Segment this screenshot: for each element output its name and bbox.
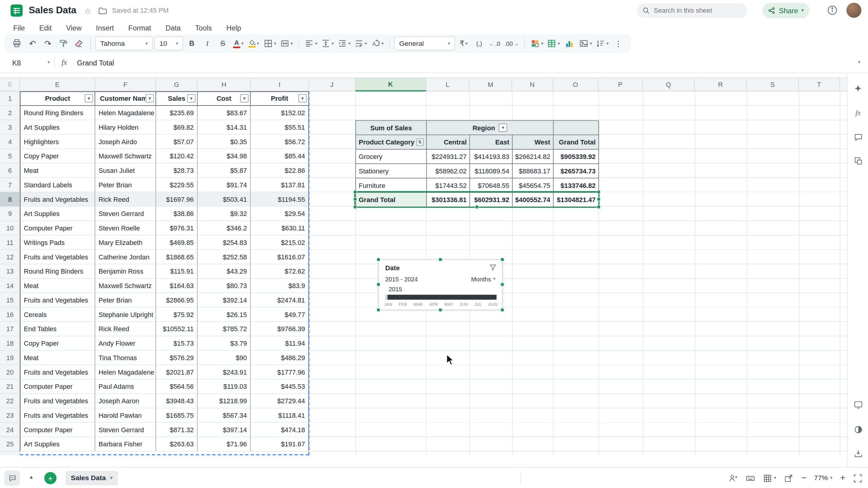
table-cell[interactable]: $83.9 <box>251 279 309 293</box>
table-cell[interactable]: $0.35 <box>198 135 251 149</box>
column-header-P[interactable]: P <box>598 78 643 91</box>
table-cell[interactable]: $469.85 <box>156 235 198 250</box>
table-cell[interactable]: $445.53 <box>251 379 309 394</box>
currency-format-button[interactable]: ₹ ▾ <box>457 36 471 50</box>
table-cell[interactable]: $69.82 <box>156 120 198 135</box>
table-cell[interactable]: Art Supplies <box>20 437 95 452</box>
strikethrough-button[interactable]: S <box>216 36 230 50</box>
table-cell[interactable]: Fruits and Vegetables <box>20 250 95 264</box>
table-cell[interactable]: $56.72 <box>251 135 309 149</box>
table-cell[interactable]: $28.73 <box>156 164 198 178</box>
zoom-out-button[interactable]: − <box>801 473 806 483</box>
row-header-1[interactable]: 1 <box>0 91 20 106</box>
menu-item-help[interactable]: Help <box>226 24 241 32</box>
sort-button[interactable]: ▾ <box>595 36 610 50</box>
bold-button[interactable]: B <box>185 36 198 50</box>
pivot-value[interactable]: $400552.74 <box>513 193 554 207</box>
column-header-S[interactable]: S <box>747 78 799 91</box>
user-avatar[interactable] <box>846 3 861 18</box>
slicer-resize-handle[interactable] <box>500 283 504 287</box>
table-cell[interactable]: Maxwell Schwartz <box>95 149 156 164</box>
number-format-select[interactable]: General ▾ <box>394 36 455 50</box>
menu-item-data[interactable]: Data <box>165 24 181 32</box>
table-cell[interactable]: $397.14 <box>198 423 251 437</box>
date-slicer[interactable]: Date 2015 - 2024 Months ▾ 2015 JANFEBMAR… <box>378 259 502 310</box>
table-column-header-customer-name[interactable]: Customer Name▾ <box>95 91 156 106</box>
menu-item-file[interactable]: File <box>13 24 25 32</box>
table-cell[interactable]: $164.63 <box>156 279 198 293</box>
fill-color-button[interactable]: ▾ <box>247 36 261 50</box>
fx-icon[interactable]: fx <box>61 58 67 67</box>
row-header-19[interactable]: 19 <box>0 351 20 365</box>
table-cell[interactable]: $2866.95 <box>156 293 198 308</box>
active-cell-K8[interactable]: Grand Total <box>356 193 427 207</box>
row-header-16[interactable]: 16 <box>0 307 20 322</box>
table-cell[interactable]: Writings Pads <box>20 235 95 250</box>
table-cell[interactable]: $1685.75 <box>156 408 198 423</box>
contrast-theme-button[interactable] <box>851 422 865 437</box>
pivot-row-label-cell[interactable]: Product Category ⇅ <box>356 135 427 150</box>
table-cell[interactable]: $5.87 <box>198 164 251 178</box>
row-header-3[interactable]: 3 <box>0 120 20 135</box>
horizontal-align-button[interactable]: ▾ <box>304 36 318 50</box>
table-cell[interactable]: $486.29 <box>251 351 309 365</box>
table-cell[interactable]: Paul Adams <box>95 379 156 394</box>
table-cell[interactable]: Benjamin Ross <box>95 264 156 279</box>
font-size-select[interactable]: 10 ▾ <box>154 36 183 50</box>
view-layout-button[interactable]: ▾ <box>763 473 776 483</box>
table-cell[interactable]: Fruits and Vegetables <box>20 293 95 308</box>
paint-format-button[interactable] <box>56 36 70 50</box>
table-cell[interactable]: Helen Magadalene <box>95 106 156 120</box>
row-header-18[interactable]: 18 <box>0 336 20 351</box>
slicer-resize-handle[interactable] <box>438 258 442 261</box>
column-filter-button[interactable]: ▾ <box>85 94 93 103</box>
zoom-level-select[interactable]: 77% ▾ <box>814 474 832 482</box>
table-cell[interactable]: $137.81 <box>251 178 309 193</box>
slicer-resize-handle[interactable] <box>376 283 380 287</box>
pivot-value[interactable]: $224931.27 <box>427 150 470 164</box>
column-filter-button[interactable]: ▾ <box>240 94 249 103</box>
cell-reference-box[interactable]: K8 ▾ <box>4 55 54 70</box>
table-cell[interactable]: $1218.99 <box>198 394 251 408</box>
column-filter-button[interactable]: ▾ <box>146 94 154 103</box>
table-cell[interactable]: Rick Reed <box>95 192 156 207</box>
table-cell[interactable]: Fruits and Vegetables <box>20 394 95 408</box>
table-cell[interactable]: Steven Gerrard <box>95 207 156 221</box>
borders-button[interactable]: ▾ <box>262 36 278 50</box>
table-cell[interactable]: Art Supplies <box>20 120 95 135</box>
row-header-11[interactable]: 11 <box>0 235 20 250</box>
table-cell[interactable]: Computer Paper <box>20 379 95 394</box>
wrap-text-button[interactable]: ▾ <box>353 36 368 50</box>
slicer-timeline-knob[interactable] <box>385 295 387 300</box>
table-cell[interactable]: $115.91 <box>156 264 198 279</box>
table-cell[interactable]: Round Ring Binders <box>20 264 95 279</box>
table-cell[interactable]: Computer Paper <box>20 423 95 437</box>
table-cell[interactable]: $55.51 <box>251 120 309 135</box>
pivot-col-header[interactable]: East <box>470 135 513 150</box>
column-header-I[interactable]: I <box>251 78 309 91</box>
column-filter-button[interactable]: ▾ <box>299 94 307 103</box>
row-header-9[interactable]: 9 <box>0 207 20 221</box>
discuss-button[interactable] <box>4 470 20 486</box>
row-header-22[interactable]: 22 <box>0 394 20 408</box>
table-cell[interactable]: $22.86 <box>251 164 309 178</box>
column-header-G[interactable]: G <box>156 78 198 91</box>
row-header-17[interactable]: 17 <box>0 322 20 336</box>
column-header-H[interactable]: H <box>198 78 251 91</box>
table-cell[interactable]: Joseph Aaron <box>95 394 156 408</box>
slicer-resize-handle[interactable] <box>438 308 442 312</box>
row-header-12[interactable]: 12 <box>0 250 20 264</box>
table-cell[interactable]: Round Ring Binders <box>20 106 95 120</box>
table-cell[interactable]: Copy Paper <box>20 336 95 351</box>
table-cell[interactable]: $263.63 <box>156 437 198 452</box>
row-header-6[interactable]: 6 <box>0 164 20 178</box>
folder-icon[interactable] <box>98 6 107 15</box>
pivot-value[interactable]: $905339.92 <box>554 150 599 164</box>
table-cell[interactable]: $91.74 <box>198 178 251 193</box>
popout-view-button[interactable] <box>784 473 793 483</box>
pivot-value[interactable]: $602931.92 <box>470 193 513 207</box>
select-all-corner[interactable]: ⠿ <box>0 78 20 92</box>
insert-image-button[interactable]: ▾ <box>578 36 593 50</box>
row-header-5[interactable]: 5 <box>0 149 20 164</box>
italic-button[interactable]: I <box>200 36 214 50</box>
